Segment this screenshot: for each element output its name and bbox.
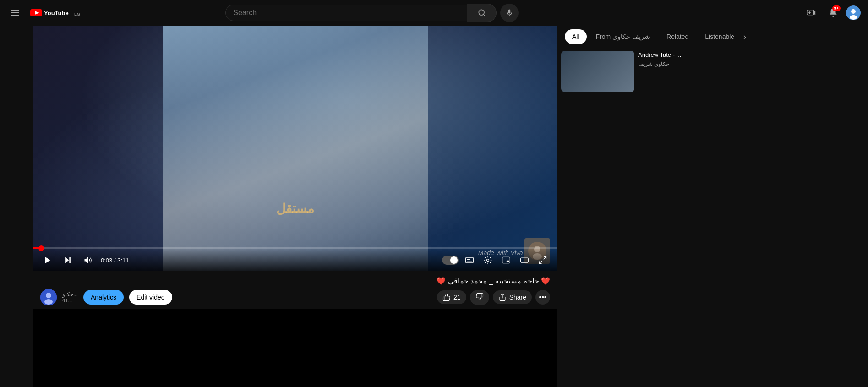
controls-overlay: 0:03 / 3:11 (33, 247, 557, 271)
svg-point-31 (46, 293, 51, 298)
person-area (163, 26, 428, 271)
channel-actions-row: حكاو... 41... Analytics Edit video 21 (40, 289, 550, 305)
search-input-wrap (225, 5, 467, 21)
search-input[interactable] (226, 5, 467, 21)
svg-point-32 (44, 299, 53, 305)
svg-point-3 (479, 10, 484, 15)
avatar-image (846, 5, 861, 20)
like-button[interactable]: 21 (437, 290, 466, 304)
tab-listenable[interactable]: Listenable (698, 29, 742, 44)
yt-logo-svg: YouTube (30, 8, 71, 17)
related-thumb-img (561, 51, 634, 92)
video-controls-bar: 0:03 / 3:11 (33, 249, 557, 271)
nav-right: 9+ (802, 4, 861, 22)
next-button[interactable] (60, 253, 75, 267)
svg-point-12 (851, 9, 856, 14)
svg-rect-5 (508, 10, 511, 14)
country-tag: EG (74, 12, 80, 16)
theater-icon (520, 256, 529, 265)
thumbs-up-icon (442, 293, 451, 301)
tab-all[interactable]: All (565, 29, 587, 44)
channel-subs: 41... (62, 298, 78, 303)
related-title: Andrew Tate - ... (638, 51, 746, 59)
play-icon (43, 256, 52, 265)
tabs-chevron[interactable]: › (743, 32, 746, 42)
share-label: Share (509, 294, 526, 301)
svg-point-13 (850, 15, 857, 20)
like-count: 21 (453, 294, 461, 301)
account-avatar[interactable] (846, 5, 861, 20)
tab-related[interactable]: Related (659, 29, 696, 44)
video-frame: مستقل Made With VivaVideo (33, 26, 557, 271)
svg-rect-7 (807, 10, 814, 15)
edit-video-button[interactable]: Edit video (129, 290, 172, 305)
notification-badge: 9+ (832, 5, 841, 11)
time-display: 0:03 / 3:11 (101, 257, 129, 264)
related-channel: حكاوي شريف (638, 61, 746, 67)
progress-bar[interactable] (33, 247, 557, 249)
channel-info: حكاو... 41... (62, 291, 78, 303)
miniplayer-toggle[interactable] (442, 256, 459, 265)
mostaql-watermark: مستقل (276, 201, 314, 216)
search-button[interactable] (467, 4, 497, 22)
related-item[interactable]: Andrew Tate - ... حكاوي شريف (561, 48, 746, 95)
right-panel: All From شريف حكاوي Related Listenable ›… (557, 26, 750, 387)
toggle-thumb (450, 256, 458, 264)
volume-button[interactable] (81, 253, 95, 267)
next-icon (63, 256, 72, 265)
mic-button[interactable] (500, 4, 519, 22)
main-layout: مستقل Made With VivaVideo (0, 26, 868, 387)
related-list: Andrew Tate - ... حكاوي شريف (557, 44, 750, 387)
tabs-bar: All From شريف حكاوي Related Listenable › (557, 26, 750, 44)
volume-icon (83, 256, 93, 265)
youtube-logo[interactable]: YouTube EG (30, 8, 80, 17)
svg-rect-27 (521, 258, 529, 262)
channel-avatar-img (40, 289, 57, 305)
tab-from[interactable]: From شريف حكاوي (589, 29, 657, 44)
svg-line-29 (540, 261, 542, 264)
video-player[interactable]: مستقل Made With VivaVideo (33, 26, 557, 271)
svg-marker-17 (45, 257, 50, 264)
topnav: YouTube EG (0, 0, 868, 26)
hamburger-icon (11, 10, 19, 16)
svg-rect-19 (69, 257, 71, 263)
miniplayer-icon (502, 256, 511, 265)
analytics-button[interactable]: Analytics (83, 290, 124, 305)
fullscreen-button[interactable] (535, 253, 550, 267)
right-controls (442, 253, 550, 267)
search-area (225, 4, 519, 22)
fullscreen-icon (538, 256, 547, 265)
channel-avatar[interactable] (40, 289, 57, 305)
svg-line-28 (544, 257, 546, 260)
miniplayer-button[interactable] (499, 253, 513, 267)
dislike-button[interactable] (470, 290, 489, 305)
sidebar (0, 26, 33, 387)
svg-marker-20 (85, 257, 88, 263)
svg-line-4 (484, 15, 486, 16)
channel-name: حكاو... (62, 291, 78, 298)
search-icon (477, 8, 486, 17)
theater-button[interactable] (517, 253, 532, 267)
mic-icon (505, 9, 513, 17)
share-icon (498, 293, 507, 301)
subtitles-button[interactable] (462, 253, 477, 267)
svg-marker-18 (65, 257, 69, 263)
related-info: Andrew Tate - ... حكاوي شريف (638, 51, 746, 92)
hamburger-button[interactable] (7, 4, 23, 22)
progress-fill (33, 247, 41, 249)
svg-rect-26 (507, 261, 509, 262)
svg-text:YouTube: YouTube (44, 10, 69, 16)
more-actions-button[interactable]: ••• (535, 290, 550, 305)
settings-icon (483, 256, 492, 265)
create-button[interactable] (802, 4, 820, 22)
video-title: ❤️ حاجه مستخبيه _ محمد حماقي ❤️ (40, 277, 550, 285)
settings-button[interactable] (480, 253, 495, 267)
video-section: مستقل Made With VivaVideo (33, 26, 557, 387)
svg-rect-21 (466, 257, 474, 263)
share-button[interactable]: Share (493, 290, 532, 304)
thumbs-down-icon (475, 293, 484, 301)
create-icon (806, 8, 816, 18)
play-button[interactable] (40, 253, 55, 267)
notifications-button[interactable]: 9+ (824, 4, 842, 22)
subtitles-icon (465, 256, 474, 265)
